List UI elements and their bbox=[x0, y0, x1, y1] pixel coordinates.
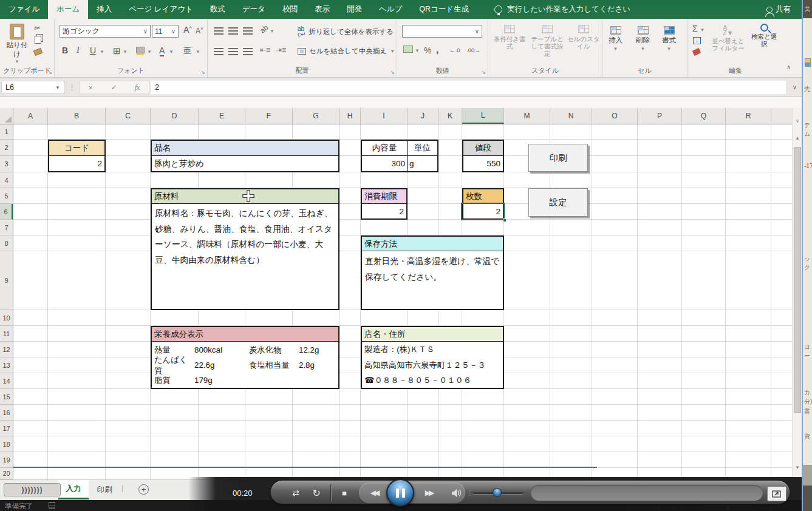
italic-icon[interactable]: I bbox=[77, 46, 80, 55]
ruby-dropdown-arrow[interactable]: ▼ bbox=[196, 49, 200, 55]
row-header-12[interactable]: 12 bbox=[0, 342, 13, 357]
tab-view[interactable]: 表示 bbox=[306, 0, 338, 19]
font-name-select[interactable]: 游ゴシック∨ bbox=[60, 25, 151, 38]
tab-insert[interactable]: 挿入 bbox=[88, 0, 120, 19]
tab-formulas[interactable]: 数式 bbox=[202, 0, 234, 19]
fill-handle[interactable] bbox=[503, 218, 507, 222]
tab-review[interactable]: 校閲 bbox=[274, 0, 306, 19]
merge-center-button[interactable]: セルを結合して中央揃え ▼ bbox=[298, 47, 395, 56]
column-header-Q[interactable]: Q bbox=[682, 108, 726, 124]
net-weight-block[interactable]: 内容量 単位 300 g bbox=[361, 140, 438, 172]
tab-data[interactable]: データ bbox=[234, 0, 274, 19]
conditional-formatting-button[interactable]: 条件付き書式 bbox=[492, 25, 527, 50]
fast-forward-icon[interactable]: ▶▶ bbox=[418, 481, 440, 505]
fill-color-icon[interactable] bbox=[136, 47, 145, 53]
row-header-2[interactable]: 2 bbox=[0, 140, 13, 156]
orientation-icon[interactable]: ab bbox=[258, 23, 270, 35]
increase-indent-icon[interactable]: ⇥≡ bbox=[276, 46, 286, 54]
select-all-corner[interactable] bbox=[0, 108, 13, 124]
copy-icon[interactable] bbox=[35, 36, 41, 44]
column-header-M[interactable]: M bbox=[504, 108, 550, 124]
alignment-dialog-launcher[interactable]: ↘ bbox=[390, 69, 395, 75]
scroll-down-icon[interactable]: ▼ bbox=[793, 463, 802, 472]
row-header-19[interactable]: 19 bbox=[0, 452, 13, 468]
column-header-I[interactable]: I bbox=[361, 108, 408, 124]
number-format-select[interactable]: ∨ bbox=[402, 25, 482, 38]
storage-block[interactable]: 保存方法 直射日光・高温多湿を避け、常温で保存してください。 bbox=[361, 235, 504, 310]
column-header-F[interactable]: F bbox=[245, 108, 293, 124]
ruby-icon[interactable]: 亜ˊ bbox=[183, 46, 193, 56]
storage-value[interactable]: 直射日光・高温多湿を避け、常温で保存してください。 bbox=[365, 257, 500, 282]
price-value[interactable]: 550 bbox=[486, 159, 500, 168]
namebox-splitter[interactable]: ⋮ bbox=[69, 84, 75, 92]
column-header-L[interactable]: L bbox=[462, 108, 504, 124]
row-header-4[interactable]: 4 bbox=[0, 172, 13, 188]
pause-button[interactable] bbox=[386, 479, 414, 507]
column-header-R[interactable]: R bbox=[726, 108, 771, 124]
fullscreen-button[interactable] bbox=[767, 486, 786, 501]
player-skip-widget[interactable]: ))))))) bbox=[4, 483, 61, 496]
find-select-button[interactable]: 検索と選択 bbox=[748, 24, 780, 47]
wrap-text-button[interactable]: abc↵ 折り返して全体を表示する bbox=[298, 26, 394, 37]
clipboard-dialog-launcher[interactable]: ↘ bbox=[47, 69, 52, 75]
align-center-icon[interactable] bbox=[228, 48, 238, 55]
row-header-7[interactable]: 7 bbox=[0, 220, 13, 235]
format-cells-button[interactable]: 書式 ▼ bbox=[662, 26, 676, 52]
delete-cells-button[interactable]: 削除 ▼ bbox=[636, 26, 650, 52]
increase-decimal-icon[interactable]: ←.0 bbox=[449, 47, 460, 53]
formula-input[interactable]: 2 bbox=[151, 81, 786, 94]
column-header-O[interactable]: O bbox=[592, 108, 638, 124]
code-value[interactable]: 2 bbox=[97, 159, 102, 168]
tab-home[interactable]: ホーム bbox=[48, 0, 88, 19]
row-header-16[interactable]: 16 bbox=[0, 405, 13, 421]
row-header-20[interactable]: 20 bbox=[0, 468, 13, 479]
font-color-icon[interactable]: A bbox=[159, 46, 165, 55]
column-header-J[interactable]: J bbox=[408, 108, 438, 124]
product-name-value[interactable]: 豚肉と芽炒め bbox=[154, 158, 204, 169]
tab-help[interactable]: ヘルプ bbox=[370, 0, 411, 19]
code-block[interactable]: コード 2 bbox=[48, 140, 106, 172]
column-header-G[interactable]: G bbox=[293, 108, 339, 124]
align-bottom-icon[interactable] bbox=[243, 27, 253, 35]
scroll-split-icon[interactable]: ∨ bbox=[793, 117, 802, 126]
column-header-C[interactable]: C bbox=[106, 108, 151, 124]
nutrition-block[interactable]: 栄養成分表示 熱量 800kcal 炭水化物 12.2g たんぱく質 22.6g… bbox=[151, 326, 339, 389]
autosum-icon[interactable]: Σ ▼ bbox=[692, 24, 705, 33]
volume-slider-knob[interactable] bbox=[493, 488, 502, 497]
align-left-icon[interactable] bbox=[214, 48, 223, 55]
accounting-format-icon[interactable] bbox=[403, 46, 413, 53]
row-header-8[interactable]: 8 bbox=[0, 235, 13, 251]
column-header-N[interactable]: N bbox=[550, 108, 592, 124]
tell-me-box[interactable]: 実行したい作業を入力してください bbox=[494, 0, 630, 19]
print-button[interactable]: 印刷 bbox=[528, 144, 588, 172]
volume-icon[interactable] bbox=[448, 481, 465, 505]
row-header-17[interactable]: 17 bbox=[0, 421, 13, 436]
bold-icon[interactable]: B bbox=[62, 46, 68, 55]
vertical-scrollbar[interactable]: ∨ ▲ ▼ bbox=[792, 108, 802, 479]
borders-dropdown-arrow[interactable]: ▼ bbox=[123, 49, 128, 55]
price-block[interactable]: 値段 550 bbox=[462, 140, 504, 172]
font-size-select[interactable]: 11∨ bbox=[152, 25, 179, 38]
fill-color-dropdown-arrow[interactable]: ▼ bbox=[147, 49, 152, 55]
row-header-3[interactable]: 3 bbox=[0, 156, 13, 172]
tab-file[interactable]: ファイル bbox=[0, 0, 48, 19]
shuffle-icon[interactable]: ⇄ bbox=[288, 481, 304, 505]
unit-value[interactable]: g bbox=[409, 159, 414, 168]
name-box[interactable]: L6 ▼ bbox=[1, 81, 64, 94]
shrink-font-icon[interactable]: A˅ bbox=[196, 26, 203, 35]
format-as-table-button[interactable]: テーブルとして書式設定 bbox=[528, 25, 566, 57]
row-header-9[interactable]: 9 bbox=[0, 251, 13, 310]
align-top-icon[interactable] bbox=[214, 27, 223, 35]
net-weight-value[interactable]: 300 bbox=[391, 159, 405, 168]
underline-icon[interactable]: U bbox=[90, 46, 96, 55]
font-color-dropdown-arrow[interactable]: ▼ bbox=[169, 49, 174, 55]
ingredients-block[interactable]: 原材料 原材料名：豚モモ肉、にんにくの芽、玉ねぎ、砂糖、みりん、醤油、食塩、食用… bbox=[151, 188, 339, 310]
row-header-14[interactable]: 14 bbox=[0, 373, 13, 389]
product-name-block[interactable]: 品名 豚肉と芽炒め bbox=[151, 140, 339, 172]
comma-style-icon[interactable]: , bbox=[436, 44, 438, 55]
paste-button[interactable]: 貼り付け ▼ bbox=[5, 24, 29, 64]
number-dialog-launcher[interactable]: ↘ bbox=[481, 69, 486, 75]
align-middle-icon[interactable] bbox=[228, 27, 238, 35]
align-right-icon[interactable] bbox=[243, 48, 253, 55]
scrollbar-thumb[interactable] bbox=[794, 147, 801, 413]
